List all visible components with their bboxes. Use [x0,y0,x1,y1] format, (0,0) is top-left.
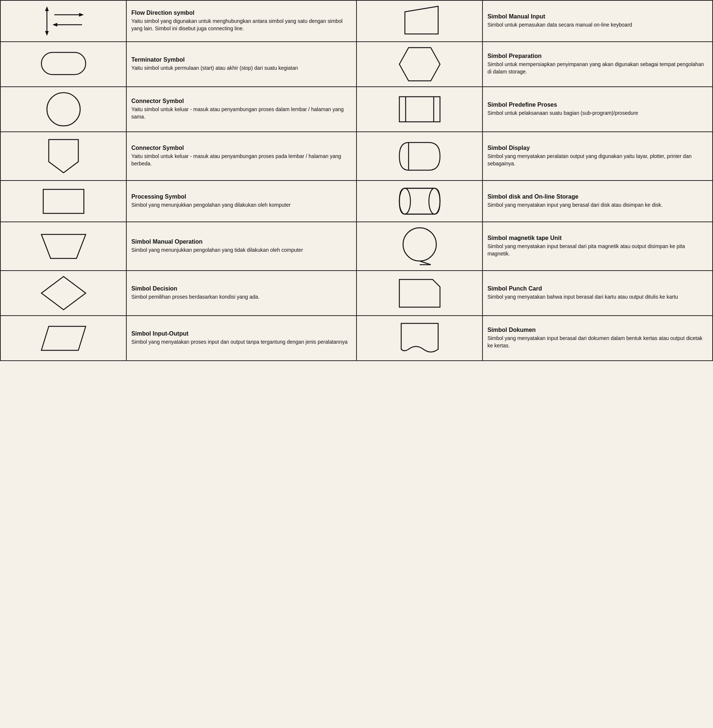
title-predefine-proses: Simbol Predefine Proses [487,101,708,108]
text-flow-direction: Yaitu simbol yang digunakan untuk menghu… [131,18,352,32]
svg-marker-15 [49,140,78,173]
title-input-output: Simbol Input-Output [131,331,352,337]
text-input-output: Simbol yang menyatakan proses input dan … [131,338,352,346]
text-connector: Yaitu simbol untuk keluar - masuk atau p… [131,106,352,121]
desc-magnetic-tape: Simbol magnetik tape UnitSimbol yang men… [482,222,713,271]
svg-point-26 [403,228,436,261]
text-processing: Simbol yang menunjukkan pengolahan yang … [131,202,352,209]
desc-disk-storage: Simbol disk and On-line StorageSimbol ya… [482,180,713,222]
text-punch-card: Simbol yang menyatakan bahwa input beras… [487,293,708,301]
svg-marker-25 [41,234,86,258]
flowchart-symbols-table: Flow Direction symbolYaitu simbol yang d… [0,0,713,361]
title-punch-card: Simbol Punch Card [487,285,708,292]
title-connector: Connector Symbol [131,98,352,104]
title-display: Simbol Display [487,145,708,151]
title-magnetic-tape: Simbol magnetik tape Unit [487,235,708,241]
desc-connector2: Connector SymbolYaitu simbol untuk kelua… [126,132,356,180]
symbol-display [356,132,482,180]
desc-display: Simbol DisplaySimbol yang menyatakan per… [482,132,713,180]
text-dokumen: Simbol yang menyatakan input berasal dar… [487,335,708,349]
desc-preparation: Simbol PreparationSimbol untuk mempersia… [482,42,713,87]
svg-marker-5 [79,13,84,16]
desc-predefine-proses: Simbol Predefine ProsesSimbol untuk pela… [482,87,713,132]
title-decision: Simbol Decision [131,285,352,292]
title-disk-storage: Simbol disk and On-line Storage [487,194,708,200]
desc-manual-input: Simbol Manual InputSimbol untuk pemasuka… [482,0,713,42]
svg-marker-8 [405,6,438,34]
symbol-flow-direction [0,0,126,42]
svg-marker-7 [52,23,57,27]
symbol-processing [0,180,126,222]
desc-dokumen: Simbol DokumenSimbol yang menyatakan inp… [482,316,713,361]
text-manual-input: Simbol untuk pemasukan data secara manua… [487,21,708,29]
symbol-decision [0,271,126,316]
symbol-punch-card [356,271,482,316]
symbol-preparation [356,42,482,87]
title-preparation: Simbol Preparation [487,53,708,60]
svg-marker-29 [41,277,86,310]
svg-marker-10 [399,48,440,81]
text-terminator: Yaitu simbol untuk permulaan (start) ata… [131,65,352,72]
svg-rect-17 [43,189,84,213]
title-manual-operation: Simbol Manual Operation [131,238,352,245]
svg-marker-31 [41,326,86,350]
desc-punch-card: Simbol Punch CardSimbol yang menyatakan … [482,271,713,316]
desc-input-output: Simbol Input-OutputSimbol yang menyataka… [126,316,356,361]
svg-marker-30 [399,280,440,307]
symbol-dokumen [356,316,482,361]
desc-flow-direction: Flow Direction symbolYaitu simbol yang d… [126,0,356,42]
svg-marker-1 [45,6,49,11]
svg-point-18 [399,188,410,214]
text-connector2: Yaitu simbol untuk keluar - masuk atau p… [131,153,352,167]
desc-manual-operation: Simbol Manual OperationSimbol yang menun… [126,222,356,271]
desc-processing: Processing SymbolSimbol yang menunjukkan… [126,180,356,222]
text-manual-operation: Simbol yang menunjukkan pengolahan yang … [131,247,352,254]
svg-rect-9 [41,52,86,74]
text-predefine-proses: Simbol untuk pelaksanaan suatu bagian (s… [487,110,708,117]
symbol-connector2 [0,132,126,180]
title-connector2: Connector Symbol [131,145,352,151]
title-manual-input: Simbol Manual Input [487,13,708,20]
svg-point-11 [47,93,80,126]
title-dokumen: Simbol Dokumen [487,327,708,333]
symbol-connector [0,87,126,132]
symbol-input-output [0,316,126,361]
text-preparation: Simbol untuk mempersiapkan penyimpanan y… [487,61,708,75]
title-processing: Processing Symbol [131,194,352,200]
text-decision: Simbol pemilihan proses berdasarkan kond… [131,293,352,301]
desc-connector: Connector SymbolYaitu simbol untuk kelua… [126,87,356,132]
text-disk-storage: Simbol yang menyatakan input yang berasa… [487,202,708,209]
symbol-predefine-proses [356,87,482,132]
symbol-terminator [0,42,126,87]
symbol-manual-operation [0,222,126,271]
symbol-magnetic-tape [356,222,482,271]
text-display: Simbol yang menyatakan peralatan output … [487,153,708,167]
text-magnetic-tape: Simbol yang menyatakan input berasal dar… [487,243,708,257]
title-terminator: Terminator Symbol [131,57,352,63]
svg-marker-3 [45,31,49,36]
symbol-manual-input [356,0,482,42]
symbol-disk-storage [356,180,482,222]
desc-decision: Simbol DecisionSimbol pemilihan proses b… [126,271,356,316]
svg-line-27 [420,261,431,265]
title-flow-direction: Flow Direction symbol [131,10,352,16]
desc-terminator: Terminator SymbolYaitu simbol untuk perm… [126,42,356,87]
